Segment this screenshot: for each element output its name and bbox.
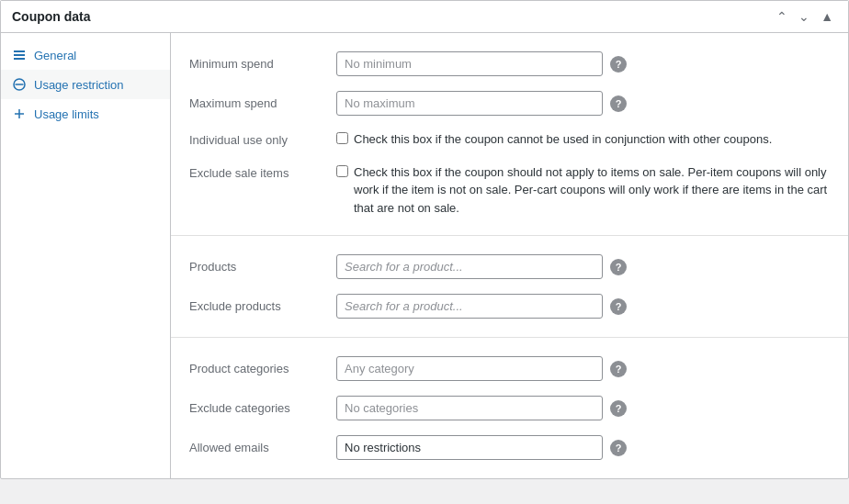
main-content: Minimum spend ? Maximum spend ?: [171, 33, 848, 478]
section-products: Products ? Exclude products ?: [171, 236, 848, 338]
row-exclude-sale: Exclude sale items Check this box if the…: [189, 156, 830, 225]
plus-icon: [12, 106, 27, 121]
exclude-categories-input[interactable]: [336, 396, 603, 420]
label-product-categories: Product categories: [189, 356, 336, 375]
label-exclude-categories: Exclude categories: [189, 396, 336, 415]
section-spend: Minimum spend ? Maximum spend ?: [171, 33, 848, 236]
help-products[interactable]: ?: [610, 259, 627, 275]
field-product-categories: ?: [336, 356, 830, 381]
block-icon: [12, 77, 27, 92]
maximum-spend-input[interactable]: [336, 91, 603, 116]
row-individual-use: Individual use only Check this box if th…: [189, 123, 830, 156]
field-exclude-products: ?: [336, 294, 830, 319]
coupon-panel: Coupon data ⌃ ⌄ ▲ General: [0, 0, 849, 479]
panel-body: General Usage restriction: [1, 33, 848, 478]
label-maximum-spend: Maximum spend: [189, 91, 336, 110]
collapse-down-button[interactable]: ⌄: [795, 8, 813, 25]
label-minimum-spend: Minimum spend: [189, 51, 336, 71]
row-product-categories: Product categories ?: [189, 349, 830, 388]
minimum-spend-input[interactable]: [336, 51, 603, 76]
field-maximum-spend: ?: [336, 91, 830, 116]
svg-rect-2: [14, 58, 25, 60]
row-products: Products ?: [189, 247, 830, 286]
svg-rect-0: [14, 50, 25, 52]
help-exclude-products[interactable]: ?: [610, 298, 627, 315]
panel-title: Coupon data: [12, 9, 91, 24]
field-exclude-sale: Check this box if the coupon should not …: [336, 163, 830, 218]
exclude-sale-checkbox[interactable]: [336, 165, 348, 177]
individual-use-checkbox[interactable]: [336, 132, 348, 144]
help-maximum-spend[interactable]: ?: [610, 95, 627, 112]
svg-rect-1: [14, 54, 25, 56]
label-exclude-sale: Exclude sale items: [189, 163, 336, 180]
individual-use-text: Check this box if the coupon cannot be u…: [354, 130, 772, 149]
sidebar-item-usage-restriction[interactable]: Usage restriction: [1, 70, 170, 99]
products-search-input[interactable]: [336, 254, 603, 279]
toggle-button[interactable]: ▲: [817, 8, 837, 25]
row-maximum-spend: Maximum spend ?: [189, 84, 830, 123]
help-allowed-emails[interactable]: ?: [610, 440, 627, 456]
row-exclude-products: Exclude products ?: [189, 286, 830, 326]
field-products: ?: [336, 254, 830, 279]
field-minimum-spend: ?: [336, 51, 830, 76]
collapse-up-button[interactable]: ⌃: [773, 8, 791, 25]
panel-controls: ⌃ ⌄ ▲: [773, 8, 837, 25]
menu-icon: [12, 48, 27, 62]
label-exclude-products: Exclude products: [189, 294, 336, 313]
product-categories-input[interactable]: [336, 356, 603, 381]
sidebar-item-usage-limits[interactable]: Usage limits: [1, 99, 170, 129]
help-exclude-categories[interactable]: ?: [610, 400, 627, 417]
row-exclude-categories: Exclude categories ?: [189, 388, 830, 428]
help-minimum-spend[interactable]: ?: [610, 56, 627, 73]
label-allowed-emails: Allowed emails: [189, 435, 336, 454]
field-allowed-emails: ?: [336, 435, 830, 460]
sidebar-label-general: General: [34, 49, 76, 62]
sidebar-label-usage-limits: Usage limits: [34, 107, 99, 121]
label-individual-use: Individual use only: [189, 130, 336, 147]
section-categories: Product categories ? Exclude categories …: [171, 338, 848, 478]
field-exclude-categories: ?: [336, 396, 830, 420]
sidebar-label-usage-restriction: Usage restriction: [34, 78, 124, 92]
row-minimum-spend: Minimum spend ?: [189, 44, 830, 84]
panel-header: Coupon data ⌃ ⌄ ▲: [1, 1, 848, 33]
sidebar: General Usage restriction: [1, 33, 171, 478]
help-product-categories[interactable]: ?: [610, 361, 627, 377]
label-products: Products: [189, 254, 336, 274]
exclude-sale-text: Check this box if the coupon should not …: [354, 163, 830, 218]
field-individual-use: Check this box if the coupon cannot be u…: [336, 130, 830, 149]
sidebar-item-general[interactable]: General: [1, 40, 170, 70]
exclude-products-search-input[interactable]: [336, 294, 603, 319]
row-allowed-emails: Allowed emails ?: [189, 428, 830, 467]
allowed-emails-input[interactable]: [336, 435, 603, 460]
